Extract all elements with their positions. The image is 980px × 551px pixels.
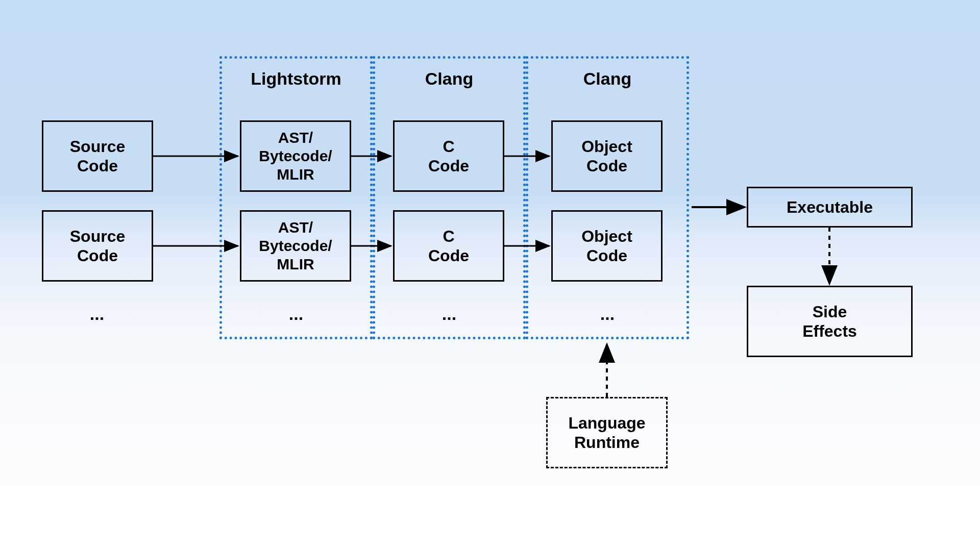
box-ast-2-text: AST/ Bytecode/ MLIR: [259, 218, 332, 273]
box-source-2: Source Code: [42, 210, 153, 282]
box-source-1: Source Code: [42, 120, 153, 192]
box-ccode-1: C Code: [393, 120, 504, 192]
box-source-2-text: Source Code: [70, 227, 125, 266]
box-object-2-text: Object Code: [581, 227, 632, 266]
box-language-runtime-text: Language Runtime: [568, 413, 645, 453]
ellipsis-ast: ...: [281, 304, 311, 324]
stage-clang2-container: Clang: [526, 56, 689, 339]
box-ast-1-text: AST/ Bytecode/ MLIR: [259, 129, 332, 184]
box-executable: Executable: [747, 187, 913, 228]
box-ast-1: AST/ Bytecode/ MLIR: [240, 120, 351, 192]
diagram-canvas: Lightstorm Clang Clang Source Code Sourc…: [0, 0, 980, 551]
box-language-runtime: Language Runtime: [546, 397, 668, 468]
box-ast-2: AST/ Bytecode/ MLIR: [240, 210, 351, 282]
box-object-1: Object Code: [551, 120, 663, 192]
ellipsis-object: ...: [592, 304, 623, 324]
box-executable-text: Executable: [787, 197, 873, 217]
box-ccode-2-text: C Code: [428, 227, 469, 266]
box-ccode-1-text: C Code: [428, 137, 469, 176]
box-ccode-2: C Code: [393, 210, 504, 282]
stage-clang2-label: Clang: [528, 69, 687, 89]
box-side-effects-text: Side Effects: [802, 302, 857, 341]
stage-lightstorm-label: Lightstorm: [222, 69, 370, 89]
box-object-1-text: Object Code: [581, 137, 632, 176]
box-object-2: Object Code: [551, 210, 663, 282]
box-source-1-text: Source Code: [70, 137, 125, 176]
box-side-effects: Side Effects: [747, 286, 913, 357]
ellipsis-ccode: ...: [434, 304, 464, 324]
stage-clang1-container: Clang: [373, 56, 526, 339]
ellipsis-source: ...: [82, 304, 112, 324]
stage-lightstorm-container: Lightstorm: [219, 56, 373, 339]
stage-clang1-label: Clang: [375, 69, 523, 89]
